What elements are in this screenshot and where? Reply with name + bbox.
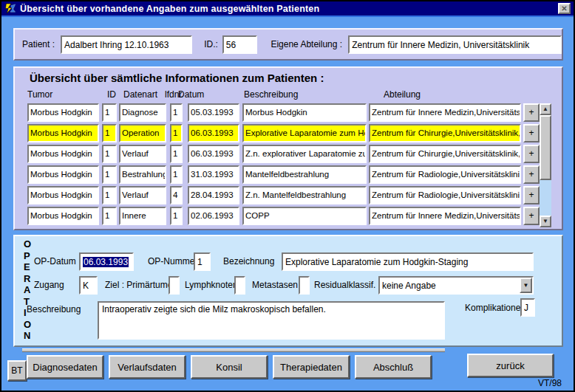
- table-cell[interactable]: Morbus Hodgkin: [27, 145, 99, 163]
- table-cell[interactable]: 06.03.1993: [188, 124, 239, 142]
- column-header-beschreibung: Beschreibung: [244, 89, 298, 100]
- table-cell[interactable]: 05.03.1993: [188, 103, 239, 122]
- toolbar-separator: [22, 348, 445, 352]
- beschreibung-textarea[interactable]: Intraoperativ zeigte sich die Milz makro…: [98, 301, 445, 340]
- table-cell[interactable]: COPP: [242, 207, 367, 225]
- table-cell[interactable]: Innere: [119, 207, 166, 225]
- scrollbar-thumb[interactable]: [540, 115, 551, 180]
- table-cell[interactable]: 1: [102, 165, 117, 184]
- expand-row-button[interactable]: +: [523, 165, 540, 184]
- table-cell[interactable]: 31.03.1993: [188, 165, 239, 184]
- table-cell[interactable]: 1: [102, 186, 117, 204]
- table-cell[interactable]: Zentrum für Innere Medizin,Universitätsk…: [369, 103, 521, 122]
- toolbar-button-therapiedaten[interactable]: Therapiedaten: [273, 355, 350, 379]
- table-cell[interactable]: 4: [170, 186, 183, 204]
- expand-row-button[interactable]: +: [523, 145, 540, 163]
- chevron-down-icon[interactable]: ▼: [520, 278, 532, 293]
- table-cell[interactable]: Verlauf: [119, 145, 166, 163]
- table-cell[interactable]: Zentrum für Chirurgie,Universitätsklinik…: [369, 145, 521, 163]
- op-nummer-label: OP-Nummer: [148, 256, 197, 267]
- toolbar-button-konsil[interactable]: Konsil: [191, 355, 268, 379]
- zugang-field[interactable]: K: [79, 276, 98, 295]
- table-row[interactable]: Morbus Hodgkin1Diagnose105.03.1993Morbus…: [27, 103, 545, 122]
- beschreibung-label: Beschreibung: [27, 304, 81, 314]
- patient-name-field[interactable]: Adalbert Ihring 12.10.1963: [61, 35, 192, 54]
- table-cell[interactable]: Mantelfeldbestrahlung: [242, 165, 367, 184]
- table-row[interactable]: Morbus Hodgkin1Bestrahlung131.03.1993Man…: [27, 165, 545, 184]
- table-cell[interactable]: 1: [102, 145, 117, 163]
- column-header-datenart: Datenart: [123, 89, 157, 100]
- table-cell[interactable]: Z.n. explorativer Laparatomie zum: [242, 145, 367, 163]
- table-cell[interactable]: 1: [170, 207, 183, 225]
- expand-row-button[interactable]: +: [523, 207, 540, 225]
- close-icon[interactable]: ✕: [558, 3, 571, 14]
- table-row[interactable]: Morbus Hodgkin1Verlauf106.03.1993Z.n. ex…: [27, 145, 545, 163]
- back-button[interactable]: zurück: [467, 354, 554, 377]
- table-cell[interactable]: Morbus Hodgkin: [27, 103, 99, 122]
- own-department-label: Eigene Abteilung :: [271, 39, 342, 49]
- table-cell[interactable]: Bestrahlung: [119, 165, 166, 184]
- table-cell[interactable]: 1: [170, 145, 183, 163]
- bezeichnung-field[interactable]: Explorative Laparatomie zum Hodgkin-Stag…: [282, 252, 534, 271]
- scroll-down-icon[interactable]: ▼: [540, 216, 551, 227]
- toolbar-button-diagnosedaten[interactable]: Diagnosedaten: [27, 355, 103, 379]
- op-nummer-field[interactable]: 1: [194, 252, 211, 271]
- table-row[interactable]: Morbus Hodgkin1Innere102.06.1993COPPZent…: [27, 207, 545, 225]
- bezeichnung-label: Bezeichnung: [223, 256, 274, 267]
- table-row[interactable]: Morbus Hodgkin1Verlauf428.04.1993Z.n. Ma…: [27, 186, 545, 204]
- overview-panel: Übersicht über sämtliche Informationen z…: [13, 66, 563, 230]
- overview-title: Übersicht über sämtliche Informationen z…: [30, 72, 324, 84]
- table-cell[interactable]: Morbus Hodgkin: [27, 124, 99, 142]
- expand-row-button[interactable]: +: [523, 186, 540, 204]
- table-cell[interactable]: Verlauf: [119, 186, 166, 204]
- own-department-field[interactable]: Zentrum für Innere Medizin, Universitäts…: [348, 35, 562, 54]
- lymphknoten-field[interactable]: [234, 276, 245, 295]
- table-cell[interactable]: Operation: [119, 124, 166, 142]
- table-cell[interactable]: 1: [102, 103, 117, 122]
- table-cell[interactable]: Zentrum für Radiologie,Universitätsklini…: [369, 165, 521, 184]
- metastasen-field[interactable]: [299, 276, 310, 295]
- table-cell[interactable]: 1: [102, 207, 117, 225]
- toolbar-buttons: DiagnosedatenVerlaufsdatenKonsilTherapie…: [27, 355, 432, 379]
- table-cell[interactable]: 1: [170, 165, 183, 184]
- table-cell[interactable]: Z.n. Mantelfeldbestrahlung: [242, 186, 367, 204]
- residualklassif-value: keine Angabe: [382, 281, 436, 291]
- primaertumor-field[interactable]: [169, 276, 180, 295]
- table-cell[interactable]: 06.03.1993: [188, 145, 239, 163]
- table-cell[interactable]: Explorative Laparatomie zum Hodg: [242, 124, 367, 142]
- table-cell[interactable]: Zentrum für Chirurgie,Universitätsklinik…: [369, 124, 521, 142]
- table-cell[interactable]: 1: [170, 124, 183, 142]
- toolbar-button-verlaufsdaten[interactable]: Verlaufsdaten: [109, 355, 186, 379]
- table-cell[interactable]: 02.06.1993: [188, 207, 239, 225]
- table-cell[interactable]: Morbus Hodgkin: [242, 103, 367, 122]
- table-cell[interactable]: Zentrum für Innere Medizin,Universitätsk…: [369, 207, 521, 225]
- bt-button[interactable]: BT: [7, 360, 27, 381]
- table-cell[interactable]: Morbus Hodgkin: [27, 207, 99, 225]
- komplikationen-field[interactable]: J: [520, 298, 535, 317]
- expand-row-button[interactable]: +: [523, 124, 540, 142]
- table-cell[interactable]: Zentrum für Radiologie,Universitätsklini…: [369, 186, 521, 204]
- residualklassif-label: Residualklassif.: [314, 280, 375, 290]
- zugang-label: Zugang: [34, 280, 64, 290]
- patient-id-label: ID.:: [204, 39, 218, 49]
- komplikationen-label: Komplikationen: [465, 303, 525, 313]
- op-datum-field[interactable]: 06.03.1993: [79, 252, 134, 271]
- scroll-up-icon[interactable]: ▲: [540, 103, 551, 115]
- overview-rows: Morbus Hodgkin1Diagnose105.03.1993Morbus…: [27, 103, 545, 227]
- table-cell[interactable]: 1: [170, 103, 183, 122]
- table-cell[interactable]: Morbus Hodgkin: [27, 186, 99, 204]
- table-cell[interactable]: Diagnose: [119, 103, 166, 122]
- patient-label: Patient :: [22, 39, 55, 49]
- column-header-abteilung: Abteilung: [384, 89, 421, 100]
- metastasen-label: Metastasen: [252, 280, 298, 290]
- table-cell[interactable]: 1: [102, 124, 117, 142]
- table-cell[interactable]: Morbus Hodgkin: [27, 165, 99, 184]
- toolbar-button-abschlu[interactable]: Abschluß: [355, 355, 432, 379]
- expand-row-button[interactable]: +: [523, 103, 540, 122]
- residualklassif-dropdown[interactable]: keine Angabe ▼: [378, 276, 534, 295]
- table-scrollbar[interactable]: ▲ ▼: [540, 103, 551, 227]
- op-datum-label: OP-Datum: [34, 256, 76, 267]
- patient-id-field[interactable]: 56: [222, 35, 258, 54]
- table-row[interactable]: Morbus Hodgkin1Operation106.03.1993Explo…: [27, 124, 545, 142]
- table-cell[interactable]: 28.04.1993: [188, 186, 239, 204]
